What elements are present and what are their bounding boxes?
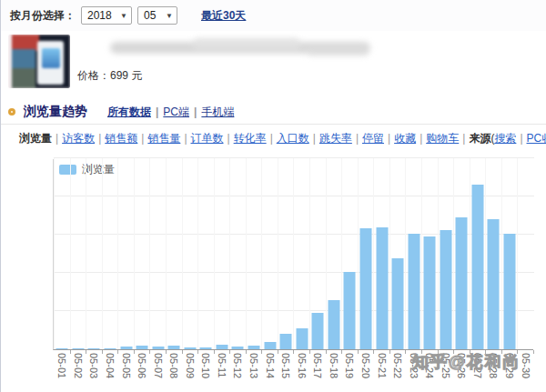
last-30-days-link[interactable]: 最近30天 [201,8,246,24]
bar-column[interactable]: 05-12 [229,158,246,349]
bar-column[interactable]: 05-16 [293,158,309,349]
metric-tab-active[interactable]: 浏览量 [19,131,52,146]
separator: | [388,132,390,145]
metric-tab-link[interactable]: 转化率 [234,131,267,146]
x-axis-label: 05-02 [73,353,84,384]
x-axis-label: 05-03 [88,353,99,384]
scope-link-3[interactable]: 手机端 [201,106,234,118]
bar-column[interactable]: 05-15 [278,158,294,349]
bar [232,347,244,349]
x-axis-label: 05-13 [248,353,259,384]
bar-column[interactable]: 05-04 [102,158,118,349]
product-title-redacted [110,42,370,54]
product-price: 价格：699 元 [77,68,142,84]
metric-tab-link[interactable]: 停留 [362,131,384,146]
source-link[interactable]: 搜索 [494,131,516,146]
bar-column[interactable]: 05-26 [453,158,470,349]
bar-column[interactable]: 05-19 [341,158,358,349]
bar [216,345,228,349]
metric-tab-link[interactable]: 销售额 [105,131,137,146]
bar [376,227,388,349]
x-axis-label: 05-28 [488,353,499,384]
x-axis-label: 05-15 [280,353,291,384]
bar-column[interactable]: 05-30 [517,158,533,349]
separator: | [184,132,187,145]
scope-link-1[interactable]: 所有数据 [107,106,151,118]
scope-link-2[interactable]: PC端 [163,106,189,118]
source-group-label: 来源 [469,131,490,146]
bar-column[interactable]: 05-05 [117,158,134,349]
metric-tab-link[interactable]: 订单数 [191,131,224,146]
bar-column[interactable]: 05-08 [166,158,182,349]
plot-area: 05-0105-0205-0305-0405-0505-0605-0705-08… [53,159,533,350]
bar-column[interactable]: 05-01 [54,158,70,349]
section-header: 浏览量趋势 所有数据|PC端|手机端 [1,100,546,125]
x-axis-label: 05-04 [105,353,116,384]
bar [152,347,164,349]
metric-tab-link[interactable]: 入口数 [277,131,309,146]
metric-tab-link[interactable]: 访客数 [62,131,95,146]
bar-column[interactable]: 05-23 [405,158,421,349]
product-thumbnail[interactable] [8,35,70,88]
x-axis-label: 05-25 [440,353,451,384]
bar-column[interactable]: 05-11 [214,158,230,349]
bar-column[interactable]: 05-25 [438,158,454,349]
metric-tab-link[interactable]: 购物车 [426,131,459,146]
bar [424,236,436,349]
metric-tab-link[interactable]: 跳失率 [319,131,352,146]
bar-column[interactable]: 05-24 [421,158,438,349]
x-axis-label: 05-26 [456,353,467,384]
x-axis-label: 05-23 [409,353,420,384]
separator: | [462,132,465,145]
separator: | [194,106,197,118]
chevron-down-icon: ▼ [166,12,173,20]
bar-column[interactable]: 05-10 [197,158,214,349]
bar-column[interactable]: 05-21 [373,158,389,349]
bar-column[interactable]: 05-18 [326,158,342,349]
x-axis-label: 05-16 [297,353,308,384]
bar [56,348,68,349]
device-scope-links: 所有数据|PC端|手机端 [107,105,234,120]
x-axis-label: 05-08 [168,353,179,384]
product-summary: 价格：699 元 [1,34,546,94]
x-axis-label: 05-10 [200,353,211,384]
x-axis-label: 05-22 [392,353,403,384]
bar-column[interactable]: 05-09 [182,158,198,349]
bar [296,328,308,349]
bar-column[interactable]: 05-06 [134,158,150,349]
pageview-trend-chart: 浏览量 05-0105-0205-0305-0405-0505-0605-070… [1,151,546,392]
analytics-page: 按月份选择： 2018 ▼ 05 ▼ 最近30天 价格：699 元 浏览量趋势 … [0,0,546,392]
metric-tab-link[interactable]: 收藏 [394,131,416,146]
bar [488,219,500,349]
bar-column[interactable]: 05-20 [358,158,374,349]
bar-column[interactable]: 05-14 [261,158,278,349]
source-link[interactable]: PC收藏 [527,131,546,146]
chevron-down-icon: ▼ [120,12,127,20]
metric-tab-link[interactable]: 销售量 [147,131,180,146]
bar [72,348,84,349]
separator: | [228,132,230,145]
bar-column[interactable]: 05-29 [501,158,518,349]
bar-column[interactable]: 05-28 [485,158,501,349]
bar-column[interactable]: 05-22 [389,158,406,349]
bar [344,272,356,349]
separator: | [156,106,158,118]
bar [440,230,451,349]
separator: | [520,132,522,145]
bar [200,347,212,349]
bar-column[interactable]: 05-17 [309,158,326,349]
year-select[interactable]: 2018 ▼ [81,6,132,25]
bar [88,348,100,349]
bar-column[interactable]: 05-07 [149,158,166,349]
bar-column[interactable]: 05-02 [70,158,86,349]
x-axis-label: 05-30 [521,353,531,384]
bar-column[interactable]: 05-03 [86,158,102,349]
bar [471,185,483,349]
section-title: 浏览量趋势 [24,104,87,120]
bar-column[interactable]: 05-13 [246,158,262,349]
bar [168,346,180,349]
bar-column[interactable]: 05-27 [470,158,486,349]
month-select-value: 05 [144,9,156,22]
month-select[interactable]: 05 ▼ [137,6,177,25]
product-image-blur [8,35,70,88]
